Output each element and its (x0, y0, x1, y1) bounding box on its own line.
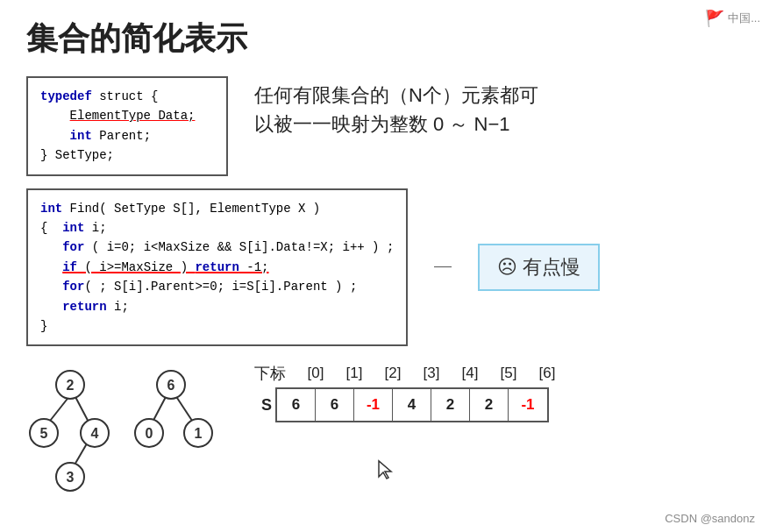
desc-line2: 以被一一映射为整数 0 ～ N−1 (254, 110, 538, 138)
svg-text:0: 0 (146, 426, 153, 441)
s-table-cell: 6 (277, 389, 316, 421)
tree-svg: 2 6 5 4 0 1 3 (26, 358, 228, 499)
svg-text:1: 1 (195, 426, 203, 441)
tree-area: 2 6 5 4 0 1 3 (26, 358, 228, 499)
cursor (377, 459, 395, 484)
s-table-cell: 6 (316, 389, 354, 421)
find-line-7: } (40, 316, 394, 336)
subscript-label: 下标 (254, 363, 289, 384)
svg-text:2: 2 (67, 378, 75, 393)
watermark: 🚩 中国... (705, 9, 760, 28)
code-line-2: ElementType Data; (40, 106, 214, 125)
footer-text: CSDN @sandonz (665, 512, 755, 525)
table-header-row: 下标 [0][1][2][3][4][5][6] (254, 363, 566, 384)
svg-text:5: 5 (40, 426, 48, 441)
page-title: 集合的简化表示 (26, 18, 743, 60)
table-header-cell: [5] (489, 365, 528, 382)
slow-label: ☹ 有点慢 (497, 254, 580, 280)
find-line-6: return i; (40, 297, 394, 316)
code-line-4: } SetType; (40, 145, 214, 165)
typedef-code-box: typedef struct { ElementType Data; int P… (26, 76, 228, 176)
svg-text:3: 3 (67, 470, 75, 485)
desc-text: 任何有限集合的（N个）元素都可 以被一一映射为整数 0 ～ N−1 (254, 76, 538, 138)
table-header-cell: [0] (296, 365, 335, 382)
code-line-1: typedef struct { (40, 87, 214, 106)
table-area: 下标 [0][1][2][3][4][5][6] S 66-1422-1 (254, 358, 566, 422)
table-header-cell: [1] (335, 365, 374, 382)
connector (434, 266, 452, 267)
find-code-box: int Find( SetType S[], ElementType X ) {… (26, 188, 408, 347)
slow-box: ☹ 有点慢 (478, 244, 600, 291)
table-header-cell: [2] (374, 365, 412, 382)
table-header-cell: [3] (412, 365, 451, 382)
s-table-cell: 2 (431, 389, 470, 421)
s-row-label: S (254, 396, 272, 415)
flag-icon: 🚩 (705, 9, 724, 28)
page-container: 🚩 中国... 集合的简化表示 typedef struct { Element… (0, 0, 769, 532)
find-line-5: for( ; S[i].Parent>=0; i=S[i].Parent ) ; (40, 277, 394, 296)
code-line-3: int Parent; (40, 126, 214, 145)
s-table-cell: 4 (393, 389, 431, 421)
top-content-row: typedef struct { ElementType Data; int P… (26, 76, 743, 176)
svg-marker-19 (379, 461, 391, 479)
find-line-1: int Find( SetType S[], ElementType X ) (40, 199, 394, 218)
s-row: S 66-1422-1 (254, 387, 566, 422)
svg-text:6: 6 (167, 378, 175, 393)
watermark-text: 中国... (728, 11, 760, 26)
s-table-cell: -1 (509, 389, 547, 421)
find-line-2: { int i; (40, 218, 394, 238)
find-line-4: if ( i>=MaxSize ) return -1; (40, 258, 394, 277)
s-table-cell: 2 (470, 389, 509, 421)
find-line-3: for ( i=0; i<MaxSize && S[i].Data!=X; i+… (40, 238, 394, 257)
table-header-cell: [6] (528, 365, 566, 382)
table-headers: [0][1][2][3][4][5][6] (296, 365, 566, 382)
table-header-cell: [4] (451, 365, 489, 382)
svg-text:4: 4 (91, 426, 99, 441)
desc-line1: 任何有限集合的（N个）元素都可 (254, 81, 538, 110)
s-table-cell: -1 (354, 389, 393, 421)
s-table: 66-1422-1 (275, 387, 549, 422)
middle-content-row: int Find( SetType S[], ElementType X ) {… (26, 188, 743, 347)
